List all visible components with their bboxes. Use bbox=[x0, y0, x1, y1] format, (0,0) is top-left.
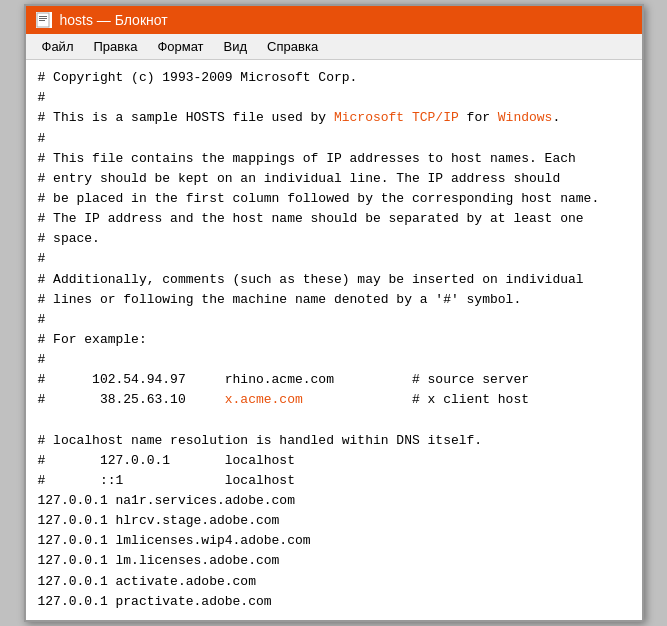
notepad-icon bbox=[36, 12, 52, 28]
menu-bar: Файл Правка Формат Вид Справка bbox=[26, 34, 642, 60]
window-title: hosts — Блокнот bbox=[60, 12, 168, 28]
menu-format[interactable]: Формат bbox=[149, 37, 211, 56]
svg-rect-1 bbox=[39, 16, 47, 17]
menu-view[interactable]: Вид bbox=[216, 37, 256, 56]
menu-edit[interactable]: Правка bbox=[85, 37, 145, 56]
menu-file[interactable]: Файл bbox=[34, 37, 82, 56]
notepad-window: hosts — Блокнот Файл Правка Формат Вид С… bbox=[24, 4, 644, 622]
menu-help[interactable]: Справка bbox=[259, 37, 326, 56]
svg-rect-3 bbox=[39, 20, 45, 21]
title-bar: hosts — Блокнот bbox=[26, 6, 642, 34]
text-editor[interactable]: # Copyright (c) 1993-2009 Microsoft Corp… bbox=[26, 60, 642, 620]
svg-rect-2 bbox=[39, 18, 47, 19]
